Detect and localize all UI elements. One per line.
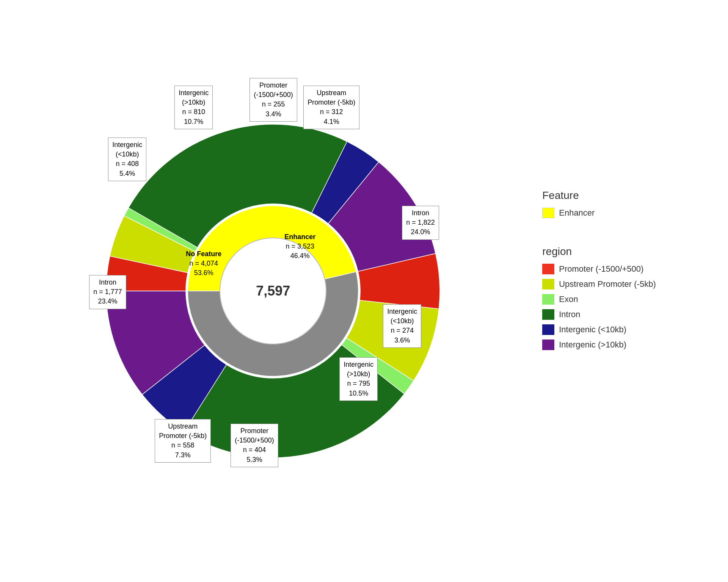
intron-region-label: Intron — [559, 310, 580, 319]
label-upstream-top: UpstreamPromoter (-5kb)n = 3124.1% — [303, 86, 359, 129]
main-container: 7,597 Enhancern = 3,52346.4% No Featuren… — [0, 0, 728, 582]
legend-item-exon: Exon — [542, 294, 656, 305]
label-intergenic-gt10kb-bot-right: Intergenic(>10kb)n = 79510.5% — [339, 357, 378, 401]
no-feature-inner-label: No Featuren = 4,07453.6% — [186, 249, 221, 278]
region-legend: region Promoter (-1500/+500) Upstream Pr… — [542, 246, 656, 355]
label-intergenic-gt10kb-top: Intergenic(>10kb)n = 81010.7% — [174, 86, 213, 129]
upstream-color — [542, 279, 554, 289]
enhancer-inner-label: Enhancern = 3,52346.4% — [284, 232, 315, 261]
exon-region-label: Exon — [559, 294, 578, 304]
legend-item-intron: Intron — [542, 309, 656, 320]
intergenic-lt10kb-color — [542, 324, 554, 335]
region-legend-title: region — [542, 246, 656, 258]
label-intergenic-lt10kb-right: Intergenic(<10kb)n = 2743.6% — [383, 304, 421, 348]
inner-ring — [188, 206, 358, 376]
promoter-color — [542, 264, 554, 274]
chart-area: 7,597 Enhancern = 3,52346.4% No Featuren… — [72, 64, 527, 518]
legend-area: Feature Enhancer region Promoter (-1500/… — [542, 189, 656, 355]
intron-color — [542, 309, 554, 320]
legend-item-promoter: Promoter (-1500/+500) — [542, 264, 656, 274]
enhancer-label: Enhancer — [559, 208, 595, 218]
legend-item-intergenic-lt10kb: Intergenic (<10kb) — [542, 324, 656, 335]
donut-chart — [72, 64, 489, 518]
upstream-region-label: Upstream Promoter (-5kb) — [559, 279, 656, 289]
feature-legend: Feature Enhancer — [542, 189, 656, 223]
label-promoter-bot: Promoter(-1500/+500)n = 4045.3% — [231, 424, 278, 467]
exon-color — [542, 294, 554, 305]
intergenic-gt10kb-color — [542, 340, 554, 350]
legend-item-upstream: Upstream Promoter (-5kb) — [542, 279, 656, 289]
feature-legend-title: Feature — [542, 189, 656, 202]
intergenic-gt10kb-region-label: Intergenic (>10kb) — [559, 340, 626, 350]
label-intron-left: Intronn = 1,77723.4% — [89, 275, 126, 309]
label-upstream-bot: UpstreamPromoter (-5kb)n = 5587.3% — [155, 419, 211, 463]
promoter-region-label: Promoter (-1500/+500) — [559, 264, 643, 274]
label-intron-right: Intronn = 1,82224.0% — [402, 206, 439, 240]
intergenic-lt10kb-region-label: Intergenic (<10kb) — [559, 325, 626, 335]
legend-item-enhancer: Enhancer — [542, 208, 656, 218]
label-intergenic-lt10kb-left: Intergenic(<10kb)n = 4085.4% — [108, 138, 146, 181]
legend-item-intergenic-gt10kb: Intergenic (>10kb) — [542, 340, 656, 350]
enhancer-color — [542, 208, 554, 218]
label-promoter-top: Promoter(-1500/+500)n = 2553.4% — [249, 78, 297, 122]
